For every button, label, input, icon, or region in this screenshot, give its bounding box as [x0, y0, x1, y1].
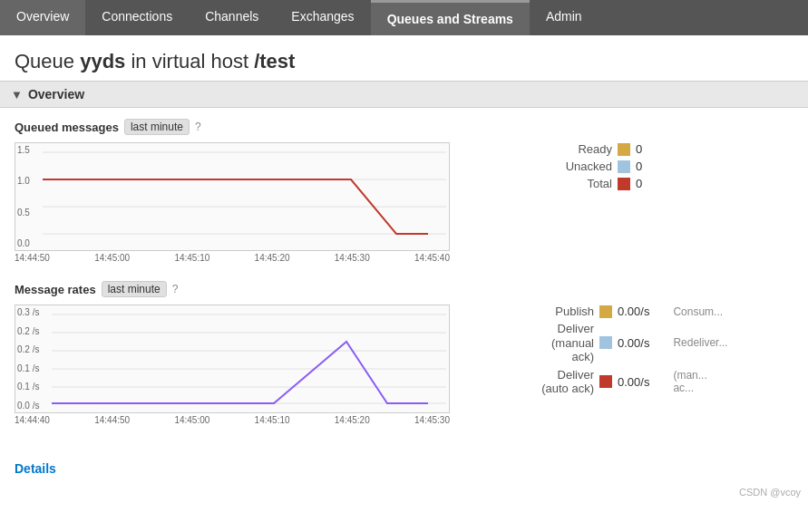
nav-connections[interactable]: Connections [85, 0, 189, 35]
queue-prefix: Queue [15, 50, 80, 73]
unacked-color-icon [618, 160, 630, 173]
stat-total-value: 0 [636, 177, 642, 190]
stat-consume-label: Consum... [673, 305, 723, 318]
stat-man-ac-label: (man...ac... [673, 369, 706, 395]
message-rates-badge[interactable]: last minute [102, 281, 167, 297]
stat-deliver-manual-value: 0.00/s [618, 336, 649, 350]
stat-ready-value: 0 [636, 142, 642, 156]
stat-deliver-manual-label: Deliver(manualack) [521, 322, 594, 364]
stat-publish: Publish 0.00/s Consum... [521, 305, 793, 318]
details-link[interactable]: Details [0, 454, 808, 483]
stat-total: Total 0 [540, 177, 793, 190]
queued-messages-chart: 1.5 1.0 0.5 0.0 [15, 142, 450, 251]
rates-chart-svg [15, 305, 451, 414]
nav-overview[interactable]: Overview [0, 0, 85, 35]
rates-stats-panel: Publish 0.00/s Consum... Deliver(manuala… [521, 305, 793, 400]
queued-messages-help[interactable]: ? [195, 121, 201, 133]
message-rates-chart: 0.3 /s 0.2 /s 0.2 /s 0.1 /s 0.1 /s 0.0 /… [15, 305, 450, 413]
message-rates-chart-area: 0.3 /s 0.2 /s 0.2 /s 0.1 /s 0.1 /s 0.0 /… [15, 305, 503, 425]
stat-deliver-manual: Deliver(manualack) 0.00/s Redeliver... [521, 322, 793, 364]
message-rates-help[interactable]: ? [172, 283, 179, 295]
queued-messages-label: Queued messages [15, 121, 119, 134]
stat-redeliver-label: Redeliver... [673, 336, 727, 349]
ready-color-icon [618, 143, 630, 156]
publish-color-icon [599, 305, 612, 318]
nav-queues-streams[interactable]: Queues and Streams [371, 0, 530, 35]
deliver-manual-color-icon [599, 336, 612, 349]
queued-messages-chart-area: 1.5 1.0 0.5 0.0 [15, 142, 521, 263]
queue-middle: in virtual host [125, 50, 254, 73]
stat-deliver-auto-value: 0.00/s [618, 375, 649, 389]
queued-chart-svg [15, 143, 451, 252]
stat-deliver-auto-label: Deliver(auto ack) [521, 368, 594, 396]
stat-unacked: Unacked 0 [540, 160, 793, 173]
overview-content: Queued messages last minute ? 1.5 1.0 0.… [0, 108, 808, 454]
stat-publish-value: 0.00/s [618, 305, 649, 318]
queue-name: yyds [80, 50, 125, 73]
queued-stats-panel: Ready 0 Unacked 0 Total 0 [540, 142, 793, 194]
message-rates-label: Message rates [15, 283, 96, 296]
watermark: CSDN @vcoy [0, 483, 808, 501]
rates-time-labels: 14:44:40 14:44:50 14:45:00 14:45:10 14:4… [15, 415, 450, 425]
queued-time-labels: 14:44:50 14:45:00 14:45:10 14:45:20 14:4… [15, 253, 450, 263]
nav-exchanges[interactable]: Exchanges [275, 0, 370, 35]
queued-messages-badge[interactable]: last minute [124, 119, 190, 135]
main-nav: Overview Connections Channels Exchanges … [0, 0, 808, 35]
overview-section-header[interactable]: ▼ Overview [0, 81, 808, 108]
deliver-auto-color-icon [599, 375, 612, 388]
page-title: Queue yyds in virtual host /test [0, 35, 808, 81]
stat-ready-label: Ready [540, 142, 612, 156]
stat-unacked-label: Unacked [540, 160, 612, 173]
total-color-icon [618, 178, 630, 190]
stat-unacked-value: 0 [636, 160, 642, 173]
stat-publish-label: Publish [521, 305, 594, 318]
nav-admin[interactable]: Admin [530, 0, 599, 35]
stat-deliver-auto: Deliver(auto ack) 0.00/s (man...ac... [521, 368, 793, 396]
message-rates-header: Message rates last minute ? [15, 281, 793, 297]
stat-ready: Ready 0 [540, 142, 793, 156]
queued-messages-header: Queued messages last minute ? [15, 119, 793, 135]
message-rates-row: 0.3 /s 0.2 /s 0.2 /s 0.1 /s 0.1 /s 0.0 /… [15, 305, 793, 425]
stat-total-label: Total [540, 177, 612, 190]
queued-messages-row: 1.5 1.0 0.5 0.0 [15, 142, 793, 263]
queue-vhost: /test [254, 50, 295, 73]
collapse-arrow-icon: ▼ [11, 88, 23, 102]
overview-section-title: Overview [28, 87, 84, 102]
nav-channels[interactable]: Channels [189, 0, 275, 35]
